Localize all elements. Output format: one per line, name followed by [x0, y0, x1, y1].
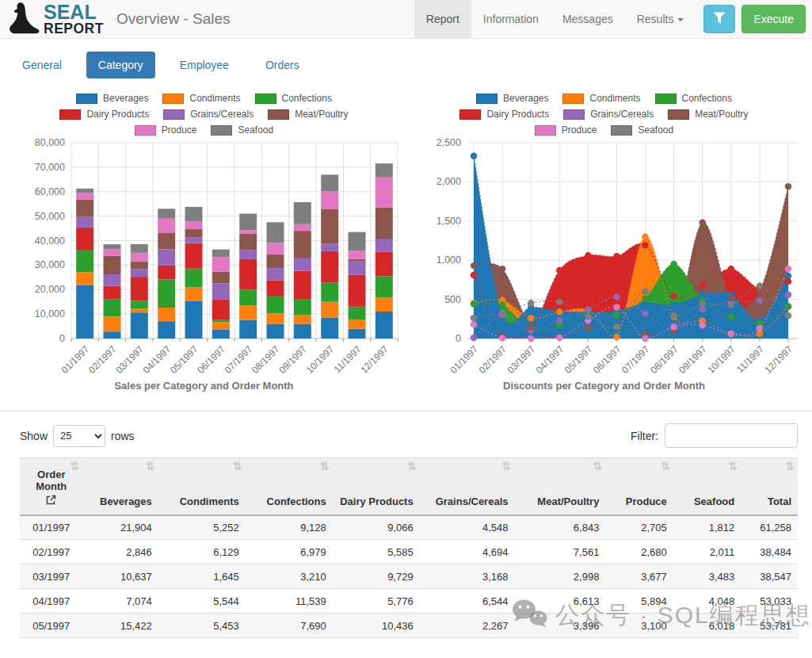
filter-input[interactable] [665, 423, 798, 448]
sort-icon[interactable]: ⇅ [728, 460, 738, 472]
sales-chart-card: BeveragesCondimentsConfectionsDairy Prod… [4, 88, 404, 392]
legend-item-grains-cereals[interactable]: Grains/Cereals [163, 109, 254, 120]
column-label: Grains/Cereals [426, 495, 509, 507]
sort-icon[interactable]: ⇅ [593, 460, 603, 472]
svg-text:10,000: 10,000 [35, 308, 65, 319]
svg-text:0: 0 [59, 333, 65, 344]
value-cell: 3,100 [605, 614, 673, 638]
nav-item-messages[interactable]: Messages [551, 0, 625, 38]
svg-text:02/1997: 02/1997 [477, 343, 509, 376]
show-label: Show [20, 430, 48, 442]
column-header-produce[interactable]: ⇅Produce [605, 458, 673, 515]
column-header-beverages[interactable]: ⇅Beverages [83, 458, 158, 515]
column-label: Total [747, 495, 791, 507]
column-label: Beverages [90, 495, 152, 507]
seal-icon [6, 1, 43, 38]
column-header-grains-cereals[interactable]: ⇅Grains/Cereals [420, 458, 515, 515]
legend-swatch [76, 94, 97, 104]
legend-label: Beverages [103, 93, 148, 104]
legend-item-confections[interactable]: Confections [255, 93, 332, 104]
legend-swatch [268, 109, 289, 120]
value-cell: 3,396 [514, 614, 605, 638]
nav-item-report[interactable]: Report [414, 0, 471, 38]
tab-general[interactable]: General [10, 52, 74, 78]
legend-item-dairy-products[interactable]: Dairy Products [59, 109, 149, 120]
sort-icon[interactable]: ⇅ [407, 460, 417, 472]
value-cell: 9,729 [333, 564, 420, 589]
external-link-icon[interactable] [26, 495, 77, 507]
execute-button[interactable]: Execute [741, 5, 806, 33]
legend-label: Confections [282, 93, 332, 104]
legend-item-dairy-products[interactable]: Dairy Products [459, 109, 549, 120]
discounts-chart-title: Discounts per Category and Order Month [404, 380, 804, 392]
filter-control: Filter: [631, 423, 798, 448]
legend-swatch [163, 109, 185, 120]
funnel-icon [713, 12, 726, 26]
column-label: Order Month [26, 469, 77, 492]
sort-icon[interactable]: ⇅ [71, 460, 80, 472]
legend-item-confections[interactable]: Confections [655, 93, 732, 104]
column-header-seafood[interactable]: ⇅Seafood [673, 458, 741, 515]
category-pivot-table: ⇅Order Month⇅Beverages⇅Condiments⇅Confec… [20, 457, 798, 638]
value-cell: 53,781 [741, 614, 798, 638]
sort-icon[interactable]: ⇅ [785, 460, 795, 472]
legend-item-produce[interactable]: Produce [135, 124, 197, 136]
svg-text:07/1997: 07/1997 [223, 343, 255, 376]
legend-item-meat-poultry[interactable]: Meat/Poultry [268, 109, 348, 120]
value-cell: 2,846 [83, 540, 158, 564]
legend-item-seafood[interactable]: Seafood [611, 124, 673, 136]
table-row: 04/19977,0745,54411,5395,7766,5446,6135,… [20, 589, 798, 614]
column-header-condiments[interactable]: ⇅Condiments [158, 458, 246, 515]
value-cell: 6,544 [420, 589, 515, 614]
column-label: Produce [612, 495, 666, 507]
sort-icon[interactable]: ⇅ [146, 460, 155, 472]
value-cell: 1,645 [158, 564, 246, 589]
value-cell: 5,776 [333, 589, 420, 614]
legend-label: Produce [162, 124, 197, 136]
legend-item-grains-cereals[interactable]: Grains/Cereals [563, 109, 654, 120]
filter-button[interactable] [703, 5, 735, 33]
legend-item-condiments[interactable]: Condiments [162, 93, 240, 104]
value-cell: 7,561 [514, 540, 605, 564]
legend-swatch [459, 109, 481, 120]
svg-text:02/1997: 02/1997 [86, 343, 119, 376]
svg-text:05/1997: 05/1997 [168, 343, 200, 376]
legend-label: Grains/Cereals [590, 109, 654, 120]
svg-text:50,000: 50,000 [35, 211, 65, 222]
tab-orders[interactable]: Orders [254, 52, 311, 78]
nav-item-information[interactable]: Information [471, 0, 551, 38]
svg-text:06/1997: 06/1997 [591, 343, 623, 376]
value-cell: 10,436 [333, 614, 420, 638]
legend-item-produce[interactable]: Produce [535, 124, 597, 136]
filter-label: Filter: [631, 430, 658, 442]
column-header-confections[interactable]: ⇅Confections [246, 458, 333, 515]
legend-label: Meat/Poultry [295, 109, 348, 120]
legend-label: Grains/Cereals [190, 109, 254, 120]
svg-text:04/1997: 04/1997 [141, 343, 173, 376]
legend-item-beverages[interactable]: Beverages [76, 93, 148, 104]
column-header-order-month[interactable]: ⇅Order Month [20, 458, 83, 515]
legend-item-seafood[interactable]: Seafood [211, 124, 273, 136]
legend-item-condiments[interactable]: Condiments [562, 93, 640, 104]
legend-item-meat-poultry[interactable]: Meat/Poultry [668, 109, 748, 120]
sort-icon[interactable]: ⇅ [233, 460, 242, 472]
nav-item-results[interactable]: Results [625, 0, 696, 38]
seal-report-logo[interactable]: SEAL REPORT [6, 1, 104, 38]
table-row: 03/199710,6371,6453,2109,7293,1682,9983,… [20, 564, 798, 589]
svg-text:09/1997: 09/1997 [677, 343, 709, 376]
column-header-total[interactable]: ⇅Total [741, 458, 798, 515]
column-header-dairy-products[interactable]: ⇅Dairy Products [333, 458, 420, 515]
value-cell: 5,894 [605, 589, 673, 614]
top-navbar: SEAL REPORT Overview - Sales ReportInfor… [0, 0, 812, 39]
legend-label: Condiments [589, 93, 640, 104]
legend-swatch [59, 109, 81, 120]
tab-category[interactable]: Category [86, 52, 155, 78]
column-header-meat-poultry[interactable]: ⇅Meat/Poultry [514, 458, 605, 515]
sort-icon[interactable]: ⇅ [661, 460, 670, 472]
tab-employee[interactable]: Employee [168, 52, 241, 78]
page-size-select[interactable]: 25 [53, 425, 105, 447]
svg-text:06/1997: 06/1997 [195, 343, 227, 376]
sort-icon[interactable]: ⇅ [502, 460, 512, 472]
sort-icon[interactable]: ⇅ [320, 460, 330, 472]
legend-item-beverages[interactable]: Beverages [476, 93, 548, 104]
